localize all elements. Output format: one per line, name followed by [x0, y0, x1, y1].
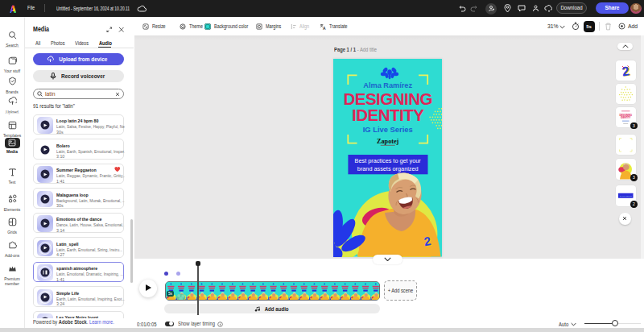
svg-text:IG Live Series: IG Live Series	[620, 195, 633, 197]
svg-text:IDENTITY: IDENTITY	[352, 106, 424, 124]
svg-text:Alma Ramírez: Alma Ramírez	[363, 81, 412, 89]
svg-text:IDENTITY: IDENTITY	[621, 116, 631, 119]
svg-text:A: A	[323, 26, 326, 29]
svg-text:Zapotej: Zapotej	[377, 138, 399, 145]
svg-text:IG Live Series: IG Live Series	[362, 125, 412, 134]
svg-text:Best practices to get your: Best practices to get your	[354, 157, 421, 164]
svg-text:brand assets organized: brand assets organized	[357, 165, 418, 172]
